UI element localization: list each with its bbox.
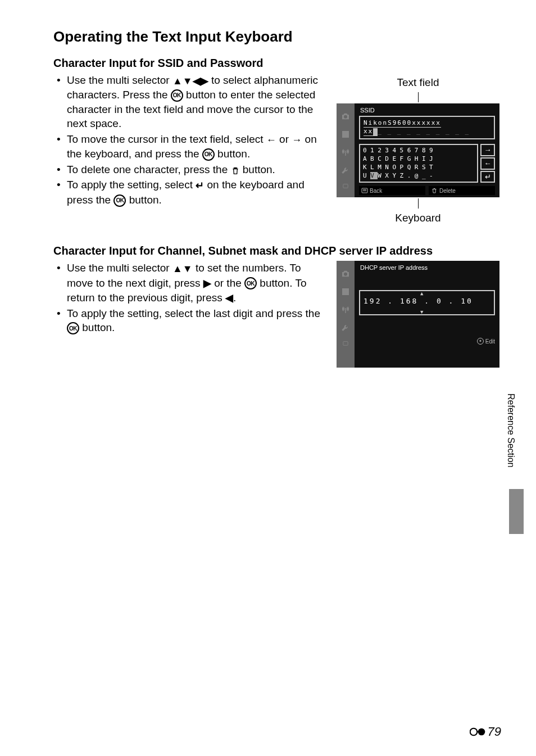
- annotation-keyboard: Keyboard: [334, 212, 502, 224]
- wrench-icon: [340, 165, 351, 175]
- wrench-icon: [340, 323, 351, 333]
- ip-digit: 0: [467, 297, 473, 305]
- ip-seg: 192: [364, 297, 381, 305]
- kb-selected: V: [370, 172, 378, 179]
- svg-rect-0: [343, 184, 348, 188]
- side-section-label: Reference Section: [506, 393, 516, 468]
- kb-row: KLMNOPQRST: [363, 164, 474, 172]
- blank-slots: _ _ _ _ _ _ _ _ _ _: [378, 128, 470, 135]
- text: button.: [215, 148, 250, 160]
- text: button.: [79, 322, 115, 333]
- text: Use the multi selector: [67, 262, 172, 274]
- ip-seg: 168: [400, 297, 418, 305]
- text: Use the multi selector: [67, 74, 172, 86]
- back-button: Back: [359, 186, 425, 195]
- left-triangle-icon: ◀: [225, 291, 233, 305]
- ok-button-icon: OK: [67, 322, 79, 334]
- back-label: Back: [370, 188, 382, 194]
- key-nav: → ← ↵: [480, 144, 495, 183]
- delete-label: Delete: [439, 188, 456, 194]
- camera-icon: [340, 269, 351, 279]
- up-indicator-icon: ▲: [420, 291, 425, 296]
- edit-footer: ✦Edit: [359, 338, 495, 345]
- right-arrow-icon: →: [292, 133, 302, 147]
- text: To apply the setting, select: [67, 179, 196, 191]
- text: To move the cursor in the text field, se…: [67, 133, 266, 145]
- ip-digit: 1: [461, 297, 467, 305]
- cursor: [373, 128, 378, 136]
- kb-chars: WXYZ.@_-: [378, 172, 437, 179]
- bullet1: Use the multi selector ▲▼ to set the num…: [53, 261, 322, 305]
- play-icon: [340, 129, 351, 139]
- right-triangle-icon: ▶: [203, 277, 211, 290]
- bullet2: To apply the setting, select the last di…: [53, 306, 322, 335]
- text: To apply the setting, select the last di…: [67, 307, 320, 319]
- page-footer: 79: [470, 725, 501, 739]
- text: .: [233, 292, 236, 304]
- screen-title: DHCP server IP address: [360, 264, 495, 271]
- ok-button-icon: OK: [244, 277, 257, 289]
- kb-row: UVWXYZ.@_-: [363, 172, 474, 180]
- svg-point-4: [478, 728, 485, 736]
- bullet4: To apply the setting, select ↵ on the ke…: [53, 178, 322, 207]
- text: or the: [211, 277, 244, 289]
- bullet3: To delete one character, press the butto…: [53, 162, 322, 177]
- menu-icon: [342, 183, 349, 189]
- page-title: Operating the Text Input Keyboard: [53, 28, 502, 46]
- section1-bullets: Use the multi selector ▲▼◀▶ to select al…: [53, 73, 322, 207]
- camera-screen-ssid: SSID NikonS9600xxxxxx xx_ _ _ _ _ _ _ _ …: [337, 103, 499, 197]
- nav-right-icon: →: [480, 144, 495, 156]
- up-down-icon: ▲▼: [172, 262, 193, 275]
- kb-row: 0123456789: [363, 147, 474, 155]
- down-indicator-icon: ▼: [420, 309, 425, 315]
- text: or: [276, 133, 292, 145]
- section2-heading: Character Input for Channel, Subnet mask…: [53, 245, 502, 257]
- camera-screen-dhcp: DHCP server IP address ▲ 192 . 168 . 0 .…: [337, 261, 499, 368]
- annotation-text-field: Text field: [334, 76, 502, 89]
- annotation-line: [418, 198, 419, 209]
- textfield-line1: NikonS9600xxxxxx: [364, 119, 441, 128]
- textfield-line2: xx: [364, 128, 373, 136]
- antenna-icon: [340, 305, 351, 315]
- trash-icon: [231, 165, 240, 175]
- on-screen-keyboard: 0123456789 ABCDEFGHIJ KLMNOPQRST UVWXYZ.…: [359, 144, 495, 183]
- ok-button-icon: OK: [171, 89, 183, 102]
- page-number: 79: [488, 725, 501, 739]
- text: button.: [240, 164, 275, 175]
- left-arrow-icon: ←: [266, 133, 276, 147]
- text: button.: [126, 194, 161, 206]
- ok-button-icon: OK: [113, 194, 126, 207]
- footer-icon: [470, 726, 485, 737]
- svg-rect-2: [343, 342, 348, 346]
- kb-row: ABCDEFGHIJ: [363, 155, 474, 164]
- menu-icon: [342, 341, 349, 346]
- edit-label: Edit: [485, 338, 495, 345]
- up-down-left-right-icon: ▲▼◀▶: [172, 74, 208, 88]
- annotation-line: [418, 92, 419, 102]
- menu-icon: [361, 187, 368, 194]
- kb-chars: U: [363, 172, 370, 179]
- camera-sidebar: [337, 103, 355, 197]
- ip-digit: 0: [437, 297, 443, 305]
- enter-icon: ↵: [196, 179, 204, 192]
- key-grid: 0123456789 ABCDEFGHIJ KLMNOPQRST UVWXYZ.…: [359, 144, 478, 183]
- delete-button: Delete: [429, 186, 495, 195]
- svg-point-3: [470, 728, 477, 736]
- screen-title: SSID: [360, 107, 495, 114]
- bullet2: To move the cursor in the text field, se…: [53, 132, 322, 161]
- camera-icon: [340, 111, 351, 121]
- dpad-icon: ✦: [477, 338, 484, 345]
- side-tab: [509, 489, 524, 534]
- nav-left-icon: ←: [480, 157, 495, 170]
- nav-enter-icon: ↵: [480, 171, 495, 183]
- bullet1: Use the multi selector ▲▼◀▶ to select al…: [53, 73, 322, 131]
- ip-input-box: ▲ 192 . 168 . 0 . 10 ▼: [359, 290, 495, 315]
- ssid-text-field: NikonS9600xxxxxx xx_ _ _ _ _ _ _ _ _ _: [359, 116, 495, 139]
- section1-heading: Character Input for SSID and Password: [53, 57, 502, 70]
- trash-icon: [431, 187, 438, 194]
- antenna-icon: [340, 147, 351, 157]
- text: To delete one character, press the: [67, 164, 231, 175]
- ok-button-icon: OK: [202, 148, 215, 161]
- camera-sidebar: [337, 261, 355, 368]
- section2-bullets: Use the multi selector ▲▼ to set the num…: [53, 261, 322, 335]
